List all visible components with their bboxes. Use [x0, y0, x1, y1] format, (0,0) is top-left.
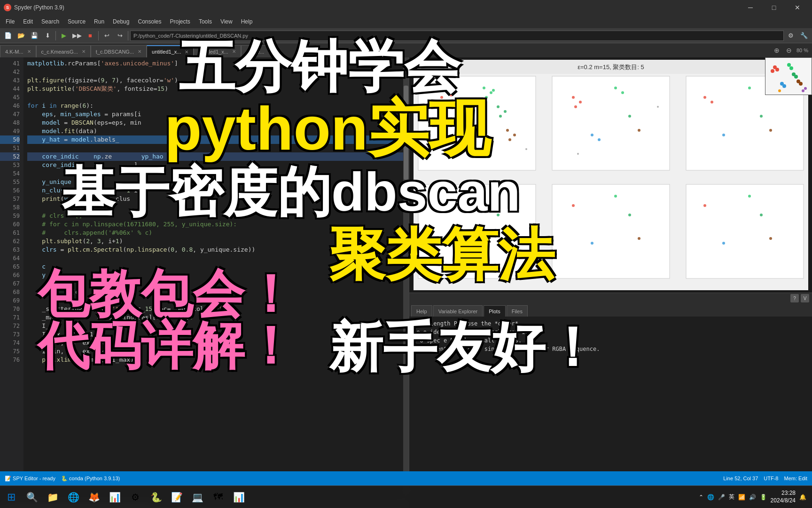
tab-untitled2[interactable]: untitled1_x... ✕ [194, 45, 241, 57]
tab-close-icon[interactable]: ✕ [138, 49, 141, 54]
console-line: *c rgument ooks like single bitma RGB or… [413, 345, 808, 353]
code-editor[interactable]: 4142434445 46474849 50 51 52 5354555657 … [0, 57, 409, 494]
svg-point-78 [778, 89, 781, 92]
svg-point-16 [468, 136, 471, 139]
svg-point-66 [775, 68, 779, 71]
new-file-button[interactable]: 📄 [2, 30, 14, 41]
svg-point-19 [508, 138, 511, 141]
terminal-taskbar-icon[interactable]: 💻 [188, 488, 207, 507]
console-line: i o spec e R valu or all points. [413, 336, 808, 345]
file-explorer-taskbar-icon[interactable]: 📁 [43, 488, 62, 507]
console-text: case length Ple use the *color* ne o ide… [409, 317, 812, 356]
notifications-icon[interactable]: 🔔 [799, 494, 806, 500]
svg-point-28 [621, 91, 624, 94]
menu-help[interactable]: Help [237, 17, 257, 26]
scatter-plot: ε=0.2 m=15, 聚类数目: 5 [414, 60, 808, 290]
tab-label: c_c.KmeansG... [41, 49, 78, 55]
stop-button[interactable]: ■ [84, 30, 96, 41]
svg-point-36 [748, 87, 751, 89]
line-numbers: 4142434445 46474849 50 51 52 5354555657 … [0, 57, 23, 494]
tab-untitled3[interactable]: untitle... ✕ [241, 45, 277, 57]
tab-close-icon[interactable]: ✕ [232, 49, 236, 54]
console-panel-toolbar: ? V [409, 293, 812, 303]
svg-point-57 [769, 237, 772, 240]
undo-button[interactable]: ↩ [101, 30, 113, 41]
editor-status: 📝 SPY Editor - ready [5, 476, 55, 482]
help-btn[interactable]: ? [790, 294, 799, 302]
taskbar-right: ⌃ 🌐 🎤 英 📶 🔊 🔋 23:28 2024/8/24 🔔 [699, 490, 812, 504]
zoom-out-icon[interactable]: ⊖ [784, 46, 794, 55]
run-cell-button[interactable]: ▶▶ [71, 30, 83, 41]
svg-point-76 [802, 89, 804, 92]
console-area: ? V Help Variable Explorer Plots Files c… [409, 293, 812, 494]
edge-taskbar-icon[interactable]: 🌐 [64, 488, 83, 507]
svg-point-51 [638, 237, 640, 240]
menu-run[interactable]: Run [90, 17, 108, 26]
menu-search[interactable]: Search [38, 17, 63, 26]
menu-file[interactable]: File [2, 17, 18, 26]
menu-edit[interactable]: Edit [19, 17, 37, 26]
svg-point-34 [703, 96, 706, 99]
open-file-button[interactable]: 📂 [15, 30, 27, 41]
menu-source[interactable]: Source [64, 17, 89, 26]
tab-dbscang[interactable]: t_c.DBSCANG... ✕ [91, 45, 147, 57]
svg-point-11 [485, 96, 488, 99]
svg-point-75 [794, 75, 798, 79]
tab-kmeans[interactable]: 4.K-M... ✕ [0, 45, 36, 57]
tab-close-icon[interactable]: ✕ [185, 49, 188, 55]
settings-taskbar-icon[interactable]: ⚙ [126, 488, 145, 507]
start-button[interactable]: ⊞ [2, 488, 21, 507]
close-button[interactable]: ✕ [787, 0, 808, 15]
python-env: 🐍 conda (Python 3.9.13) [61, 476, 120, 482]
svg-point-67 [771, 69, 774, 73]
minimize-button[interactable]: ─ [740, 0, 761, 15]
menu-view[interactable]: View [217, 17, 236, 26]
menu-tools[interactable]: Tools [195, 17, 216, 26]
maps-taskbar-icon[interactable]: 🗺 [209, 488, 227, 507]
var-explorer-btn[interactable]: V [801, 294, 809, 302]
tab-close-icon[interactable]: ✕ [268, 49, 272, 54]
right-panel: ε=0.2 m=15, 聚类数目: 5 [409, 57, 812, 494]
menu-consoles[interactable]: Consoles [134, 17, 165, 26]
excel-taskbar-icon[interactable]: 📊 [105, 488, 124, 507]
python-taskbar-icon[interactable]: 🐍 [147, 488, 165, 507]
svg-point-31 [638, 129, 640, 132]
svg-point-38 [769, 129, 772, 132]
svg-point-42 [447, 209, 450, 212]
save-all-button[interactable]: ⬇ [41, 30, 54, 41]
menu-debug[interactable]: Debug [109, 17, 133, 26]
menu-projects[interactable]: Projects [166, 17, 194, 26]
scrollbar-thumb[interactable] [404, 86, 408, 180]
redo-button[interactable]: ↪ [114, 30, 126, 41]
tab-kmeansg[interactable]: c_c.KmeansG... ✕ [36, 45, 91, 57]
run-button[interactable]: ▶ [58, 30, 70, 41]
svg-point-77 [804, 87, 807, 90]
svg-point-12 [492, 89, 495, 92]
tab-untitled1[interactable]: untitled1_x... ✕ [147, 45, 194, 57]
tab-files[interactable]: Files [507, 305, 528, 317]
svg-point-14 [466, 138, 469, 141]
menu-bar: File Edit Search Source Run Debug Consol… [0, 15, 812, 28]
tab-help[interactable]: Help [411, 305, 432, 317]
tray-up-arrow[interactable]: ⌃ [699, 494, 703, 500]
toolbar-action2[interactable]: 🔧 [798, 30, 810, 41]
svg-point-44 [459, 242, 462, 245]
save-button[interactable]: 💾 [28, 30, 40, 41]
clock-display[interactable]: 23:28 2024/8/24 [771, 490, 796, 504]
tab-variable-explorer[interactable]: Variable Explorer [433, 305, 483, 317]
tab-close-icon[interactable]: ✕ [82, 49, 86, 54]
svg-point-39 [760, 115, 763, 118]
vertical-scrollbar[interactable] [403, 57, 409, 494]
plot-thumbnail [765, 57, 812, 95]
svg-point-58 [760, 214, 763, 216]
notepad-taskbar-icon[interactable]: 📝 [167, 488, 186, 507]
tab-close-icon[interactable]: ✕ [27, 49, 31, 54]
powerpoint-taskbar-icon[interactable]: 📊 [229, 488, 248, 507]
tab-plots[interactable]: Plots [484, 305, 505, 317]
search-taskbar-icon[interactable]: 🔍 [23, 488, 41, 507]
toolbar-action1[interactable]: ⚙ [785, 30, 797, 41]
lang-indicator[interactable]: 英 [729, 493, 734, 501]
maximize-button[interactable]: □ [763, 0, 785, 15]
zoom-in-icon[interactable]: ⊕ [772, 46, 781, 55]
firefox-taskbar-icon[interactable]: 🦊 [85, 488, 103, 507]
